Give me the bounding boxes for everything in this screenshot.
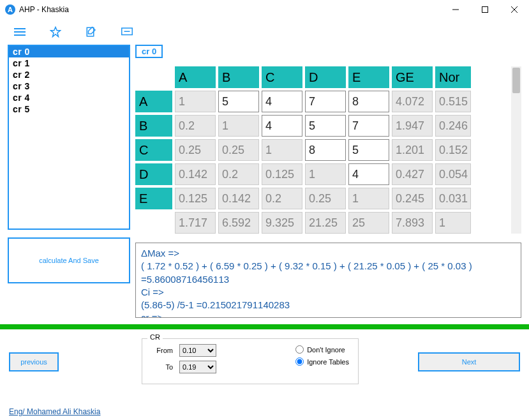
list-item[interactable]: cr 4 (9, 92, 129, 103)
matrix-cell: 1 (305, 163, 346, 185)
matrix-cell[interactable]: 7 (348, 115, 389, 137)
calc-line: ΔMax => (141, 247, 516, 260)
title-bar: A AHP - Khaskia (0, 0, 529, 19)
matrix-cell: 0.427 (392, 163, 433, 185)
matrix-cell: 1 (262, 139, 302, 161)
column-header: GE (392, 66, 433, 88)
list-item[interactable]: cr 3 (9, 80, 129, 92)
matrix-cell: 0.2 (262, 188, 302, 209)
matrix-cell: 4.072 (392, 91, 433, 112)
matrix-cell[interactable]: 4 (262, 91, 302, 112)
matrix-cell: 1.201 (392, 139, 433, 161)
matrix-cell[interactable]: 5 (305, 115, 346, 137)
calc-line: cr => (141, 311, 516, 318)
sum-cell: 25 (348, 212, 389, 234)
row-header: B (135, 115, 172, 137)
column-header: Nor (435, 66, 471, 88)
cr-range-group: CR From 0.10 To 0.19 Don't Ignore Ignore… (142, 338, 359, 384)
matrix-cell: 0.25 (305, 188, 346, 209)
matrix-cell: 0.031 (435, 188, 471, 209)
matrix-cell: 1 (175, 91, 216, 112)
dont-ignore-radio[interactable]: Don't Ignore (295, 345, 349, 354)
calc-line: ( 1.72 * 0.52 ) + ( 6.59 * 0.25 ) + ( 9.… (141, 260, 516, 286)
matrix-cell: 1 (218, 115, 259, 137)
column-header: A (175, 66, 216, 88)
sum-cell: 21.25 (305, 212, 346, 234)
matrix-cell: 0.142 (175, 163, 216, 185)
corner (135, 66, 172, 88)
calculation-output: ΔMax => ( 1.72 * 0.52 ) + ( 6.59 * 0.25 … (135, 243, 521, 318)
display-icon[interactable] (121, 27, 133, 36)
window-title: AHP - Khaskia (19, 5, 69, 14)
matrix-cell: 0.152 (435, 139, 471, 161)
matrix-cell: 1 (348, 188, 389, 209)
matrix-cell: 0.2 (218, 163, 259, 185)
sum-cell: 1 (435, 212, 471, 234)
sum-cell: 6.592 (218, 212, 259, 234)
matrix-cell[interactable]: 8 (348, 91, 389, 112)
ignore-tables-radio[interactable]: Ignore Tables (295, 357, 349, 366)
from-label: From (150, 347, 173, 354)
close-button[interactable] (500, 0, 529, 19)
calc-line: (5.86-5) /5-1 =0.215021791140283 (141, 299, 516, 311)
group-legend: CR (147, 333, 163, 341)
selected-criteria-badge: cr 0 (135, 45, 163, 58)
row-header: E (135, 188, 172, 209)
matrix-cell: 0.125 (175, 188, 216, 209)
app-icon: A (5, 4, 15, 15)
separator (0, 324, 529, 329)
matrix-cell[interactable]: 5 (218, 91, 259, 112)
minimize-button[interactable] (441, 0, 470, 19)
maximize-button[interactable] (470, 0, 500, 19)
matrix-cell: 0.245 (392, 188, 433, 209)
list-item[interactable]: cr 0 (9, 46, 129, 57)
sum-cell: 1.717 (175, 212, 216, 234)
list-item[interactable]: cr 1 (9, 57, 129, 69)
vertical-scrollbar[interactable] (511, 66, 521, 234)
from-select[interactable]: 0.10 (179, 344, 216, 357)
matrix-cell[interactable]: 7 (305, 91, 346, 112)
criteria-list[interactable]: cr 0 cr 1 cr 2 cr 3 cr 4 cr 5 (8, 45, 130, 230)
to-select[interactable]: 0.19 (179, 361, 216, 373)
matrix-cell: 0.515 (435, 91, 471, 112)
matrix-cell: 0.25 (218, 139, 259, 161)
toolbar (0, 19, 529, 45)
matrix-cell: 0.2 (175, 115, 216, 137)
calc-line: Ci => (141, 286, 516, 299)
author-link[interactable]: Eng/ Mohamed Ali Khaskia (9, 407, 100, 416)
matrix-cell[interactable]: 5 (348, 139, 389, 161)
row-header: D (135, 163, 172, 185)
matrix-cell: 0.125 (262, 163, 302, 185)
list-item[interactable]: cr 5 (9, 103, 129, 115)
matrix-cell: 0.246 (435, 115, 471, 137)
next-button[interactable]: Next (418, 352, 520, 371)
list-item[interactable]: cr 2 (9, 69, 129, 80)
matrix-cell: 1.947 (392, 115, 433, 137)
sum-cell: 9.325 (262, 212, 302, 234)
corner (135, 212, 172, 234)
previous-button[interactable]: previous (9, 352, 59, 371)
svg-marker-4 (51, 27, 61, 37)
matrix-cell: 0.142 (218, 188, 259, 209)
column-header: D (305, 66, 346, 88)
row-header: C (135, 139, 172, 161)
matrix-cell[interactable]: 8 (305, 139, 346, 161)
to-label: To (150, 363, 173, 371)
svg-rect-1 (482, 7, 488, 13)
calculate-save-button[interactable]: calculate And Save (8, 237, 130, 283)
column-header: C (262, 66, 302, 88)
matrix-cell: 0.25 (175, 139, 216, 161)
edit-icon[interactable] (86, 26, 97, 38)
sum-cell: 7.893 (392, 212, 433, 234)
matrix-cell: 0.054 (435, 163, 471, 185)
matrix-cell[interactable]: 4 (262, 115, 302, 137)
matrix-cell[interactable]: 4 (348, 163, 389, 185)
row-header: A (135, 91, 172, 112)
column-header: B (218, 66, 259, 88)
new-icon[interactable] (50, 26, 61, 38)
comparison-matrix: ABCDEGENorA154784.0720.515B0.214571.9470… (135, 66, 509, 234)
menu-icon[interactable] (14, 28, 26, 36)
column-header: E (348, 66, 389, 88)
